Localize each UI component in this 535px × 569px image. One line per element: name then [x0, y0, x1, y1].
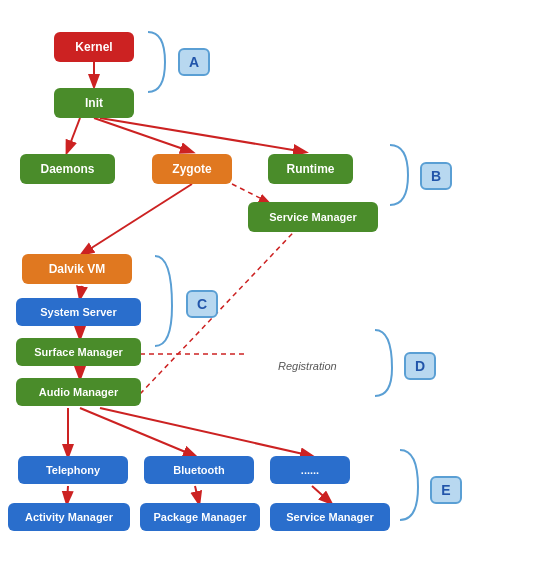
telephony-node: Telephony [18, 456, 128, 484]
svg-line-12 [195, 486, 199, 503]
svg-line-2 [94, 118, 192, 152]
audio-manager-node: Audio Manager [16, 378, 141, 406]
service-manager-top-node: Service Manager [248, 202, 378, 232]
registration-label: Registration [278, 360, 337, 372]
kernel-node: Kernel [54, 32, 134, 62]
bluetooth-node: Bluetooth [144, 456, 254, 484]
svg-line-1 [67, 118, 80, 152]
svg-line-16 [232, 184, 268, 202]
svg-line-10 [100, 408, 312, 456]
zygote-node: Zygote [152, 154, 232, 184]
dots-node: ...... [270, 456, 350, 484]
label-C: C [186, 290, 218, 318]
service-manager-bot-node: Service Manager [270, 503, 390, 531]
svg-line-5 [80, 286, 82, 298]
svg-line-3 [100, 118, 305, 152]
label-D: D [404, 352, 436, 380]
diagram: Kernel Init Daemons Zygote Runtime Servi… [0, 0, 535, 569]
svg-line-13 [312, 486, 331, 503]
svg-line-11 [67, 486, 68, 503]
daemons-node: Daemons [20, 154, 115, 184]
activity-manager-node: Activity Manager [8, 503, 130, 531]
label-B: B [420, 162, 452, 190]
system-server-node: System Server [16, 298, 141, 326]
init-node: Init [54, 88, 134, 118]
svg-line-9 [80, 408, 195, 456]
label-A: A [178, 48, 210, 76]
runtime-node: Runtime [268, 154, 353, 184]
label-E: E [430, 476, 462, 504]
surface-manager-node: Surface Manager [16, 338, 141, 366]
dalvik-vm-node: Dalvik VM [22, 254, 132, 284]
svg-line-4 [82, 184, 192, 254]
package-manager-node: Package Manager [140, 503, 260, 531]
